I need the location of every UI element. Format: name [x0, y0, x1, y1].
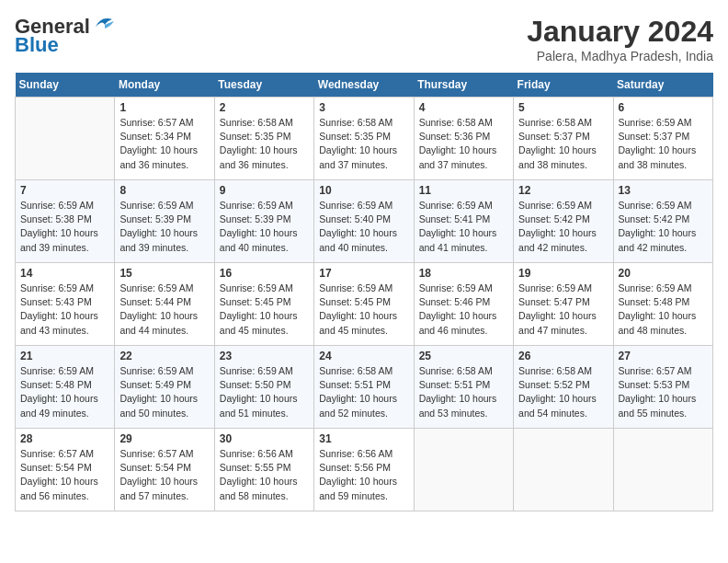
day-cell: 19 Sunrise: 6:59 AMSunset: 5:47 PMDaylig… [514, 263, 613, 346]
day-number: 24 [319, 350, 408, 362]
sun-info: Sunrise: 6:59 AMSunset: 5:48 PMDaylight:… [619, 282, 697, 336]
day-cell: 11 Sunrise: 6:59 AMSunset: 5:41 PMDaylig… [414, 180, 513, 263]
day-number: 31 [319, 432, 408, 445]
day-number: 1 [119, 101, 209, 114]
sun-info: Sunrise: 6:57 AMSunset: 5:54 PMDaylight:… [20, 448, 98, 501]
day-cell [16, 98, 115, 180]
day-number: 21 [20, 350, 109, 362]
col-header-wednesday: Wednesday [314, 73, 414, 98]
day-cell: 21 Sunrise: 6:59 AMSunset: 5:48 PMDaylig… [16, 346, 115, 429]
sun-info: Sunrise: 6:58 AMSunset: 5:51 PMDaylight:… [319, 365, 397, 419]
sun-info: Sunrise: 6:59 AMSunset: 5:43 PMDaylight:… [20, 282, 98, 336]
sun-info: Sunrise: 6:58 AMSunset: 5:37 PMDaylight:… [518, 117, 597, 170]
day-number: 30 [220, 432, 309, 445]
day-cell: 25 Sunrise: 6:58 AMSunset: 5:51 PMDaylig… [414, 346, 513, 429]
sun-info: Sunrise: 6:58 AMSunset: 5:36 PMDaylight:… [419, 117, 497, 170]
page-subtitle: Palera, Madhya Pradesh, India [527, 49, 713, 63]
day-cell: 27 Sunrise: 6:57 AMSunset: 5:53 PMDaylig… [613, 346, 712, 429]
day-number: 3 [319, 101, 408, 114]
day-number: 8 [119, 184, 209, 197]
day-number: 16 [220, 267, 309, 280]
sun-info: Sunrise: 6:59 AMSunset: 5:45 PMDaylight:… [319, 282, 397, 336]
sun-info: Sunrise: 6:59 AMSunset: 5:42 PMDaylight:… [518, 200, 597, 253]
day-number: 17 [319, 267, 408, 280]
day-number: 22 [119, 350, 209, 362]
day-cell: 24 Sunrise: 6:58 AMSunset: 5:51 PMDaylig… [314, 346, 414, 429]
day-number: 25 [419, 350, 508, 362]
day-number: 19 [518, 267, 608, 280]
col-header-friday: Friday [514, 73, 613, 98]
day-cell: 23 Sunrise: 6:59 AMSunset: 5:50 PMDaylig… [214, 346, 313, 429]
title-block: January 2024 Palera, Madhya Pradesh, Ind… [527, 15, 713, 63]
day-number: 14 [20, 267, 109, 280]
sun-info: Sunrise: 6:59 AMSunset: 5:50 PMDaylight:… [220, 365, 298, 419]
day-cell: 31 Sunrise: 6:56 AMSunset: 5:56 PMDaylig… [314, 429, 414, 511]
day-cell: 6 Sunrise: 6:59 AMSunset: 5:37 PMDayligh… [613, 98, 712, 180]
day-cell: 30 Sunrise: 6:56 AMSunset: 5:55 PMDaylig… [214, 429, 313, 511]
day-cell: 28 Sunrise: 6:57 AMSunset: 5:54 PMDaylig… [16, 429, 115, 511]
sun-info: Sunrise: 6:56 AMSunset: 5:55 PMDaylight:… [220, 448, 298, 501]
day-cell: 8 Sunrise: 6:59 AMSunset: 5:39 PMDayligh… [115, 180, 214, 263]
day-cell [613, 429, 712, 511]
sun-info: Sunrise: 6:59 AMSunset: 5:39 PMDaylight:… [220, 200, 298, 253]
col-header-thursday: Thursday [414, 73, 513, 98]
day-cell: 26 Sunrise: 6:58 AMSunset: 5:52 PMDaylig… [514, 346, 613, 429]
col-header-tuesday: Tuesday [214, 73, 313, 98]
day-number: 29 [119, 432, 209, 445]
day-number: 20 [619, 267, 708, 280]
sun-info: Sunrise: 6:57 AMSunset: 5:53 PMDaylight:… [619, 365, 697, 419]
day-cell [514, 429, 613, 511]
day-cell: 1 Sunrise: 6:57 AMSunset: 5:34 PMDayligh… [115, 98, 214, 180]
day-number: 23 [220, 350, 309, 362]
day-number: 4 [419, 101, 508, 114]
day-cell: 20 Sunrise: 6:59 AMSunset: 5:48 PMDaylig… [613, 263, 712, 346]
day-number: 15 [119, 267, 209, 280]
day-cell: 10 Sunrise: 6:59 AMSunset: 5:40 PMDaylig… [314, 180, 414, 263]
day-number: 11 [419, 184, 508, 197]
day-number: 9 [220, 184, 309, 197]
sun-info: Sunrise: 6:59 AMSunset: 5:40 PMDaylight:… [319, 200, 397, 253]
day-number: 5 [518, 101, 608, 114]
logo-bird-icon [92, 14, 118, 32]
day-cell: 17 Sunrise: 6:59 AMSunset: 5:45 PMDaylig… [314, 263, 414, 346]
header-row: SundayMondayTuesdayWednesdayThursdayFrid… [16, 73, 713, 98]
day-cell: 5 Sunrise: 6:58 AMSunset: 5:37 PMDayligh… [514, 98, 613, 180]
sun-info: Sunrise: 6:59 AMSunset: 5:47 PMDaylight:… [518, 282, 597, 336]
day-cell: 4 Sunrise: 6:58 AMSunset: 5:36 PMDayligh… [414, 98, 513, 180]
week-row-2: 7 Sunrise: 6:59 AMSunset: 5:38 PMDayligh… [16, 180, 713, 263]
week-row-5: 28 Sunrise: 6:57 AMSunset: 5:54 PMDaylig… [16, 429, 713, 511]
week-row-3: 14 Sunrise: 6:59 AMSunset: 5:43 PMDaylig… [16, 263, 713, 346]
day-number: 28 [20, 432, 109, 445]
day-number: 10 [319, 184, 408, 197]
sun-info: Sunrise: 6:59 AMSunset: 5:45 PMDaylight:… [220, 282, 298, 336]
sun-info: Sunrise: 6:59 AMSunset: 5:46 PMDaylight:… [419, 282, 497, 336]
day-number: 27 [619, 350, 708, 362]
col-header-saturday: Saturday [613, 73, 712, 98]
sun-info: Sunrise: 6:59 AMSunset: 5:38 PMDaylight:… [20, 200, 98, 253]
day-number: 7 [20, 184, 109, 197]
day-cell: 13 Sunrise: 6:59 AMSunset: 5:42 PMDaylig… [613, 180, 712, 263]
day-cell: 9 Sunrise: 6:59 AMSunset: 5:39 PMDayligh… [214, 180, 313, 263]
sun-info: Sunrise: 6:59 AMSunset: 5:48 PMDaylight:… [20, 365, 98, 419]
day-number: 13 [619, 184, 708, 197]
sun-info: Sunrise: 6:59 AMSunset: 5:42 PMDaylight:… [619, 200, 697, 253]
day-number: 18 [419, 267, 508, 280]
day-cell [414, 429, 513, 511]
day-cell: 2 Sunrise: 6:58 AMSunset: 5:35 PMDayligh… [214, 98, 313, 180]
day-cell: 3 Sunrise: 6:58 AMSunset: 5:35 PMDayligh… [314, 98, 414, 180]
sun-info: Sunrise: 6:57 AMSunset: 5:54 PMDaylight:… [119, 448, 198, 501]
col-header-monday: Monday [115, 73, 214, 98]
sun-info: Sunrise: 6:57 AMSunset: 5:34 PMDaylight:… [119, 117, 198, 170]
calendar-table: SundayMondayTuesdayWednesdayThursdayFrid… [15, 73, 713, 511]
day-cell: 18 Sunrise: 6:59 AMSunset: 5:46 PMDaylig… [414, 263, 513, 346]
sun-info: Sunrise: 6:58 AMSunset: 5:35 PMDaylight:… [319, 117, 397, 170]
day-cell: 14 Sunrise: 6:59 AMSunset: 5:43 PMDaylig… [16, 263, 115, 346]
logo: General Blue [15, 15, 118, 57]
sun-info: Sunrise: 6:59 AMSunset: 5:44 PMDaylight:… [119, 282, 198, 336]
day-number: 6 [619, 101, 708, 114]
day-cell: 7 Sunrise: 6:59 AMSunset: 5:38 PMDayligh… [16, 180, 115, 263]
week-row-4: 21 Sunrise: 6:59 AMSunset: 5:48 PMDaylig… [16, 346, 713, 429]
day-number: 12 [518, 184, 608, 197]
day-cell: 16 Sunrise: 6:59 AMSunset: 5:45 PMDaylig… [214, 263, 313, 346]
day-cell: 15 Sunrise: 6:59 AMSunset: 5:44 PMDaylig… [115, 263, 214, 346]
